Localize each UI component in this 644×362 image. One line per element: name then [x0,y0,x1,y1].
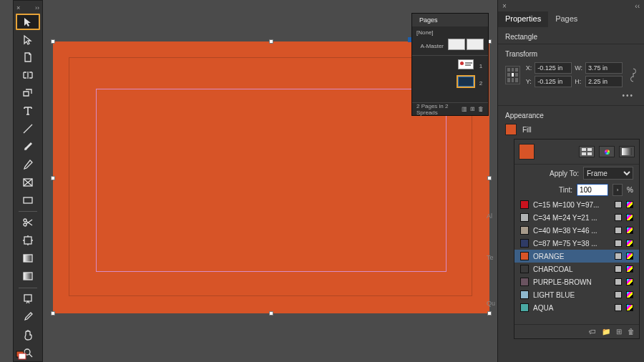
free-transform-tool[interactable] [16,233,40,249]
pen-nib-icon [22,141,34,152]
swatch-search-icon[interactable]: 🏷 [589,328,596,336]
sel-handle-bl[interactable] [51,311,55,315]
gradient-feather-tool[interactable] [16,268,40,285]
pages-new-icon[interactable]: ⊞ [470,106,475,112]
transform-section: Transform X: W: Y: H: ••• [498,44,644,105]
master-thumb-right[interactable] [467,39,484,50]
swatch-item[interactable]: CHARCOAL [514,263,639,275]
swatch-mode-icon [626,291,633,298]
master-a-label[interactable]: A-Master [421,43,444,49]
page-tool[interactable] [16,49,40,66]
line-tool[interactable] [16,121,40,137]
swatch-name: PURPLE-BROWN [533,278,610,286]
swatch-name: C=15 M=100 Y=97... [533,201,610,209]
h-field[interactable] [585,76,623,87]
rectangle-frame-tool[interactable] [16,174,40,190]
swatch-type-icon [615,227,622,234]
swatch-trash-icon[interactable]: 🗑 [628,328,635,336]
gap-tool[interactable] [16,67,40,84]
swatch-item[interactable]: AQUA [514,301,639,314]
selection-tool[interactable] [16,14,40,30]
fill-swatch-popover: Apply To: Frame Tint: › % C=15 M=100 Y=9… [514,139,640,339]
rectangle-icon [22,195,34,206]
scissors-tool[interactable] [16,215,40,231]
swatch-item[interactable]: C=87 M=75 Y=38 ... [514,237,639,250]
note-tool[interactable] [16,291,40,308]
toolbar-expand-icon[interactable]: ›› [35,4,39,11]
swatch-item[interactable]: C=15 M=100 Y=97... [514,198,639,211]
page-2-thumb[interactable] [458,77,474,87]
inspector-close-icon[interactable]: × [502,2,507,10]
swatches-grid-icon [582,148,592,155]
pencil-tool[interactable] [16,156,40,172]
direct-selection-tool[interactable] [16,31,40,48]
swatch-chip [520,213,529,222]
w-field[interactable] [585,62,623,74]
page-icon [22,52,34,63]
fill-stroke-indicator[interactable] [16,351,25,358]
sel-handle-br[interactable] [487,311,492,315]
swatch-chip [520,290,529,299]
toolbar-close-icon[interactable]: × [16,4,20,11]
tab-pages[interactable]: Pages [416,15,441,25]
page-2-label: 2 [478,80,484,87]
swatch-item[interactable]: ORANGE [514,250,639,263]
mode-swatches-button[interactable] [579,146,595,157]
rect-frame-icon [22,177,34,188]
pages-opts-icon[interactable]: ▥ [462,106,467,112]
fill-swatch[interactable] [505,124,517,135]
apply-to-select[interactable]: Frame [583,167,633,180]
transform-more-icon[interactable]: ••• [505,92,637,99]
swatch-type-icon [615,304,622,311]
pencil-icon [22,159,34,170]
swatch-new-icon[interactable]: ⊞ [616,328,622,336]
type-tool[interactable] [16,103,40,119]
svg-point-0 [25,148,26,150]
pages-trash-icon[interactable]: 🗑 [478,106,484,112]
gradient-square-icon [22,253,34,264]
swatch-item[interactable]: LIGHT BLUE [514,288,639,301]
mode-color-button[interactable] [599,146,615,157]
hand-icon [22,329,34,341]
x-field[interactable] [535,62,572,74]
swatch-item[interactable]: C=34 M=24 Y=21 ... [514,211,639,224]
tint-field[interactable] [577,184,608,196]
svg-rect-6 [24,255,32,262]
y-field[interactable] [535,76,572,87]
content-collector-tool[interactable] [16,85,40,102]
mode-gradient-button[interactable] [619,146,635,157]
sel-handle-bc[interactable] [269,311,273,315]
eyedropper-tool[interactable] [16,308,40,325]
appearance-section: Appearance Fill [498,105,644,141]
sel-handle-ml[interactable] [51,176,55,180]
sel-handle-tc[interactable] [269,39,273,44]
svg-rect-14 [582,152,586,155]
constrain-proportions-icon[interactable] [630,66,637,84]
svg-rect-13 [587,148,592,151]
inspector-collapse-icon[interactable]: ‹‹ [635,2,640,10]
sel-handle-tl[interactable] [51,39,55,44]
current-fill-swatch[interactable] [519,144,535,160]
column-guide [96,89,447,272]
arrow-cursor-icon [22,16,34,28]
reference-point-grid[interactable] [505,66,520,84]
toolbar-separator [19,211,37,212]
page-1-thumb[interactable] [458,59,474,69]
swatch-item[interactable]: PURPLE-BROWN [514,275,639,288]
tab-properties[interactable]: Properties [498,11,548,27]
svg-rect-11 [19,353,26,359]
swatch-new-folder-icon[interactable]: 📁 [602,328,610,336]
pen-tool[interactable] [16,138,40,155]
swatch-type-icon [615,278,622,285]
rectangle-tool[interactable] [16,192,40,208]
swatch-item[interactable]: C=40 M=38 Y=46 ... [514,224,639,237]
y-label: Y: [526,78,532,85]
tab-pages[interactable]: Pages [548,11,585,27]
swatch-mode-icon [626,265,633,273]
gradient-swatch-tool[interactable] [16,250,40,267]
swatch-type-icon [615,253,622,260]
master-none-row[interactable]: [None] [416,29,484,36]
tint-stepper-icon[interactable]: › [613,184,623,196]
hand-tool[interactable] [16,326,40,343]
master-thumb-left[interactable] [448,39,465,50]
